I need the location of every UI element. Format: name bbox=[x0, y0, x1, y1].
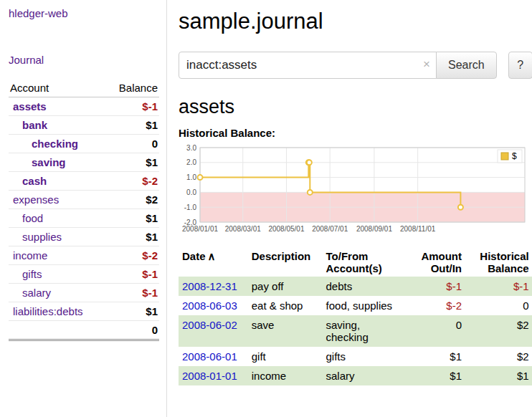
account-row: food$1 bbox=[9, 209, 159, 228]
account-link-expenses[interactable]: expenses bbox=[13, 193, 59, 206]
account-link-food[interactable]: food bbox=[22, 212, 43, 224]
transaction-accounts: gifts bbox=[323, 347, 407, 366]
account-balance: $-2 bbox=[105, 172, 159, 191]
sidebar: hledger-web Journal Account Balance asse… bbox=[0, 0, 167, 417]
transaction-date-link[interactable]: 2008-06-02 bbox=[182, 319, 237, 331]
transaction-date-link[interactable]: 2008-06-01 bbox=[182, 350, 237, 363]
account-link-liabilities-debts[interactable]: liabilities:debts bbox=[13, 305, 83, 317]
description-header-label: Description bbox=[252, 250, 311, 262]
account-balance: $-2 bbox=[105, 246, 159, 265]
accounts-header-label: To/From Account(s) bbox=[326, 250, 386, 274]
transaction-date-cell: 2008-06-01 bbox=[179, 347, 248, 366]
transaction-balance: $2 bbox=[465, 315, 532, 347]
account-row: expenses$2 bbox=[9, 191, 159, 209]
transaction-amount: 0 bbox=[407, 315, 465, 347]
transaction-description: income bbox=[248, 366, 323, 385]
register-header-balance: Historical Balance bbox=[465, 248, 532, 277]
account-name-cell: food bbox=[9, 209, 105, 228]
x-axis-tick-label: 2008/01/01 bbox=[182, 225, 218, 233]
transaction-amount: $1 bbox=[407, 366, 465, 385]
transaction-amount: $1 bbox=[407, 347, 465, 366]
account-name-cell: cash bbox=[9, 172, 105, 191]
accounts-total-balance: 0 bbox=[105, 321, 159, 340]
account-link-gifts[interactable]: gifts bbox=[22, 268, 42, 280]
account-heading: assets bbox=[179, 96, 532, 118]
transaction-balance: $1 bbox=[465, 366, 532, 385]
clear-search-icon[interactable]: × bbox=[423, 57, 430, 72]
account-row: liabilities:debts$1 bbox=[9, 302, 159, 321]
app-title-link[interactable]: hledger-web bbox=[9, 7, 68, 19]
transaction-balance: 0 bbox=[465, 296, 532, 315]
y-axis-tick-label: 0.0 bbox=[186, 188, 196, 196]
transaction-date-link[interactable]: 2008-01-01 bbox=[182, 370, 237, 382]
y-axis-tick-label: 2.0 bbox=[186, 158, 196, 166]
transaction-date-cell: 2008-12-31 bbox=[179, 277, 248, 296]
account-link-bank[interactable]: bank bbox=[22, 119, 47, 131]
data-point-marker bbox=[307, 160, 312, 165]
account-name-cell: assets bbox=[9, 97, 105, 116]
register-row: 2008-06-03eat & shopfood, supplies$-20 bbox=[179, 296, 532, 315]
transaction-balance: $2 bbox=[465, 347, 532, 366]
transaction-accounts: saving, checking bbox=[323, 315, 407, 347]
historical-balance-chart: 3.02.01.00.0-1.0-2.02008/01/012008/03/01… bbox=[179, 143, 529, 241]
account-name-cell: gifts bbox=[9, 265, 105, 284]
search-bar: × Search ? bbox=[179, 52, 532, 79]
account-row: gifts$-1 bbox=[9, 265, 159, 284]
register-header-accounts: To/From Account(s) bbox=[323, 248, 407, 277]
data-point-marker bbox=[198, 175, 203, 180]
balance-header-label: Historical Balance bbox=[473, 250, 529, 274]
legend-label: $ bbox=[512, 151, 517, 161]
account-link-cash[interactable]: cash bbox=[22, 175, 47, 187]
account-balance: $1 bbox=[105, 228, 159, 246]
transaction-description: pay off bbox=[248, 277, 323, 296]
x-axis-tick-label: 2008/05/01 bbox=[268, 225, 304, 233]
register-header-date[interactable]: Date∧ bbox=[179, 248, 248, 277]
account-balance: $1 bbox=[105, 302, 159, 321]
account-name-cell: checking bbox=[9, 135, 105, 153]
transaction-accounts: food, supplies bbox=[323, 296, 407, 315]
account-link-saving[interactable]: saving bbox=[32, 156, 66, 168]
account-link-checking[interactable]: checking bbox=[32, 138, 78, 150]
account-row: assets$-1 bbox=[9, 97, 159, 116]
account-link-income[interactable]: income bbox=[13, 249, 47, 262]
y-axis-tick-label: 1.0 bbox=[186, 173, 196, 181]
data-point-marker bbox=[458, 205, 463, 210]
account-balance: $2 bbox=[105, 191, 159, 209]
transaction-amount: $-1 bbox=[407, 277, 465, 296]
transaction-date-cell: 2008-01-01 bbox=[179, 366, 248, 385]
register-row: 2008-06-02savesaving, checking0$2 bbox=[179, 315, 532, 347]
account-balance: $-1 bbox=[105, 284, 159, 302]
account-link-supplies[interactable]: supplies bbox=[22, 231, 62, 243]
account-row: salary$-1 bbox=[9, 284, 159, 302]
transaction-amount: $-2 bbox=[407, 296, 465, 315]
account-name-cell: supplies bbox=[9, 228, 105, 246]
register-row: 2008-01-01incomesalary$1$1 bbox=[179, 366, 532, 385]
y-axis-tick-label: 3.0 bbox=[186, 144, 196, 152]
register-header-row: Date∧ Description To/From Account(s) Amo… bbox=[179, 248, 532, 277]
chart-title: Historical Balance: bbox=[179, 127, 532, 139]
sidebar-item-journal[interactable]: Journal bbox=[9, 54, 44, 66]
legend-swatch bbox=[501, 153, 508, 160]
transaction-description: gift bbox=[248, 347, 323, 366]
account-balance: $-1 bbox=[105, 97, 159, 116]
transaction-date-cell: 2008-06-02 bbox=[179, 315, 248, 347]
account-balance: 0 bbox=[105, 135, 159, 153]
transaction-accounts: salary bbox=[323, 366, 407, 385]
account-row: checking0 bbox=[9, 135, 159, 153]
date-header-label: Date bbox=[182, 250, 206, 262]
search-button[interactable]: Search bbox=[436, 52, 497, 79]
accounts-header-balance: Balance bbox=[105, 79, 159, 97]
accounts-header-row: Account Balance bbox=[9, 79, 159, 97]
search-input[interactable] bbox=[179, 52, 437, 79]
app-title: hledger-web bbox=[9, 7, 159, 19]
account-balance: $1 bbox=[105, 116, 159, 135]
transaction-date-link[interactable]: 2008-12-31 bbox=[182, 280, 237, 292]
account-link-salary[interactable]: salary bbox=[22, 287, 51, 299]
transaction-date-link[interactable]: 2008-06-03 bbox=[182, 299, 237, 312]
main-content: sample.journal × Search ? assets Histori… bbox=[167, 0, 532, 417]
account-balance: $-1 bbox=[105, 265, 159, 284]
help-button[interactable]: ? bbox=[508, 52, 532, 79]
transaction-balance: $-1 bbox=[465, 277, 532, 296]
account-link-assets[interactable]: assets bbox=[13, 100, 47, 112]
register-table: Date∧ Description To/From Account(s) Amo… bbox=[179, 248, 532, 385]
